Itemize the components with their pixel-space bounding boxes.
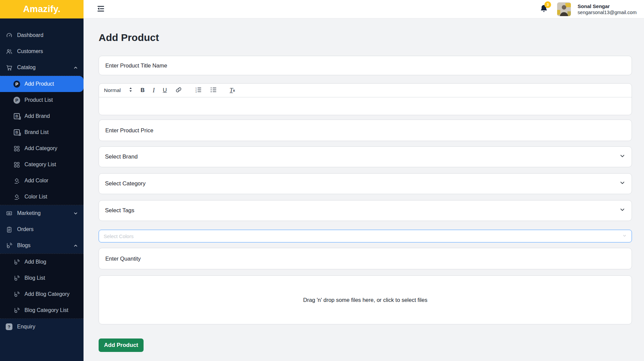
tags-select-value: Select Tags <box>105 207 135 214</box>
link-button[interactable] <box>175 86 182 94</box>
sidebar-item-label: Marketing <box>17 210 41 216</box>
chevron-down-icon <box>619 180 626 188</box>
sidebar-item-label: Blog List <box>24 275 45 281</box>
product-title-field <box>99 56 632 75</box>
enquiry-icon: ? <box>5 323 13 330</box>
colors-select-placeholder: Select Colors <box>104 233 133 239</box>
cart-icon <box>5 64 13 71</box>
format-select[interactable]: Normal <box>104 87 132 94</box>
ordered-list-button[interactable]: 123 <box>195 86 202 94</box>
avatar[interactable] <box>557 2 571 16</box>
sidebar-item-blogs[interactable]: Blogs <box>0 237 84 254</box>
bell-icon <box>539 8 548 14</box>
sidebar-item-product-list[interactable]: P Product List <box>0 92 84 108</box>
product-title-input[interactable] <box>100 62 631 69</box>
sidebar-item-label: Blog Category List <box>24 307 68 313</box>
product-price-input[interactable] <box>100 127 631 134</box>
sidebar-item-label: Customers <box>17 48 43 54</box>
user-email: sengarsonal13@gmail.com <box>578 10 637 15</box>
top-header: 3 Sonal Sengar sengarsonal13@gmail.com <box>84 0 644 18</box>
category-select-value: Select Category <box>105 180 146 187</box>
bold-button[interactable]: B <box>141 87 145 94</box>
main-column: 3 Sonal Sengar sengarsonal13@gmail.com A… <box>84 0 644 361</box>
header-right: 3 Sonal Sengar sengarsonal13@gmail.com <box>539 2 637 16</box>
quantity-input[interactable] <box>100 256 631 262</box>
product-icon: P <box>13 96 20 104</box>
category-grid-icon <box>13 161 20 168</box>
sidebar-item-blog-category-list[interactable]: Blog Category List <box>0 302 84 318</box>
nav-group-top: Dashboard Customers Catalog <box>0 18 84 76</box>
brand-logo: Amazify. <box>0 0 84 18</box>
sidebar-item-label: Add Brand <box>24 113 50 119</box>
sidebar-item-add-blog-category[interactable]: Add Blog Category <box>0 286 84 302</box>
sidebar-item-color-list[interactable]: Color List <box>0 189 84 205</box>
brand-icon: B <box>13 129 20 136</box>
blogs-submenu: Add Blog Blog List Add Blog Category <box>0 254 84 319</box>
sidebar-item-add-category[interactable]: Add Category <box>0 140 84 156</box>
notifications-button[interactable]: 3 <box>539 4 548 14</box>
sidebar-item-marketing[interactable]: Marketing <box>0 205 84 221</box>
brand-icon: B <box>13 112 20 120</box>
sidebar-item-label: Enquiry <box>17 324 35 330</box>
description-editor: Normal B I U 123 <box>99 83 632 115</box>
colors-select[interactable]: Select Colors <box>99 230 632 242</box>
sidebar-item-label: Add Category <box>24 145 57 151</box>
underline-button[interactable]: U <box>163 87 167 94</box>
sidebar-item-label: Brand List <box>24 129 49 135</box>
sidebar-item-label: Orders <box>17 226 34 232</box>
sidebar-item-enquiry[interactable]: ? Enquiry <box>0 319 84 335</box>
product-icon: P <box>13 80 20 88</box>
sidebar-item-label: Catalog <box>17 64 36 71</box>
sidebar-item-add-brand[interactable]: B Add Brand <box>0 108 84 124</box>
paint-bucket-icon <box>13 177 20 184</box>
clear-formatting-button[interactable]: Tx <box>230 87 235 94</box>
product-price-field <box>99 120 632 141</box>
sidebar: Amazify. Dashboard Customers <box>0 0 84 361</box>
sidebar-item-label: Add Blog <box>24 259 46 265</box>
sidebar-item-add-blog[interactable]: Add Blog <box>0 254 84 270</box>
tags-select[interactable]: Select Tags <box>99 200 632 221</box>
brand-select[interactable]: Select Brand <box>99 146 632 167</box>
italic-button[interactable]: I <box>153 87 155 94</box>
sidebar-item-customers[interactable]: Customers <box>0 43 84 59</box>
sidebar-item-add-product[interactable]: P Add Product <box>0 76 84 92</box>
sidebar-item-category-list[interactable]: Category List <box>0 156 84 173</box>
editor-text-area[interactable] <box>99 97 632 115</box>
editor-toolbar: Normal B I U 123 <box>99 84 632 97</box>
sidebar-item-orders[interactable]: Orders <box>0 221 84 237</box>
category-select[interactable]: Select Category <box>99 173 632 194</box>
sidebar-item-label: Category List <box>24 162 56 168</box>
dashboard-gauge-icon <box>5 32 13 39</box>
category-grid-icon <box>13 145 20 152</box>
quantity-field <box>99 248 632 269</box>
main-content: Add Product Normal B I U <box>84 18 644 361</box>
bullet-list-button[interactable] <box>210 86 217 94</box>
ticket-icon <box>5 210 13 217</box>
sidebar-item-dashboard[interactable]: Dashboard <box>0 27 84 43</box>
blog-icon <box>13 307 20 314</box>
user-name: Sonal Sengar <box>578 3 637 9</box>
sidebar-item-add-color[interactable]: Add Color <box>0 173 84 189</box>
file-dropzone[interactable]: Drag 'n' drop some files here, or click … <box>99 275 632 324</box>
catalog-submenu: P Add Product P Product List B Add Brand… <box>0 76 84 205</box>
user-info: Sonal Sengar sengarsonal13@gmail.com <box>578 3 637 15</box>
sidebar-item-label: Product List <box>24 97 53 103</box>
sidebar-item-label: Dashboard <box>17 32 43 38</box>
sidebar-item-label: Add Product <box>24 81 54 87</box>
nav-group-middle: Marketing Orders Blogs <box>0 205 84 254</box>
sidebar-item-catalog[interactable]: Catalog <box>0 59 84 76</box>
chevron-down-icon <box>619 207 626 215</box>
chevron-up-icon <box>73 243 78 248</box>
blog-icon <box>13 258 20 266</box>
sidebar-nav: Dashboard Customers Catalog <box>0 18 84 361</box>
sidebar-item-brand-list[interactable]: B Brand List <box>0 124 84 140</box>
add-product-submit-button[interactable]: Add Product <box>99 339 144 352</box>
sidebar-filler <box>0 335 84 361</box>
link-icon <box>175 86 182 94</box>
indent-decrease-icon <box>96 4 105 14</box>
brand-select-value: Select Brand <box>105 153 138 160</box>
sidebar-collapse-button[interactable] <box>95 3 107 15</box>
sidebar-item-blog-list[interactable]: Blog List <box>0 270 84 286</box>
app-root: Amazify. Dashboard Customers <box>0 0 644 361</box>
format-select-value: Normal <box>104 87 121 93</box>
